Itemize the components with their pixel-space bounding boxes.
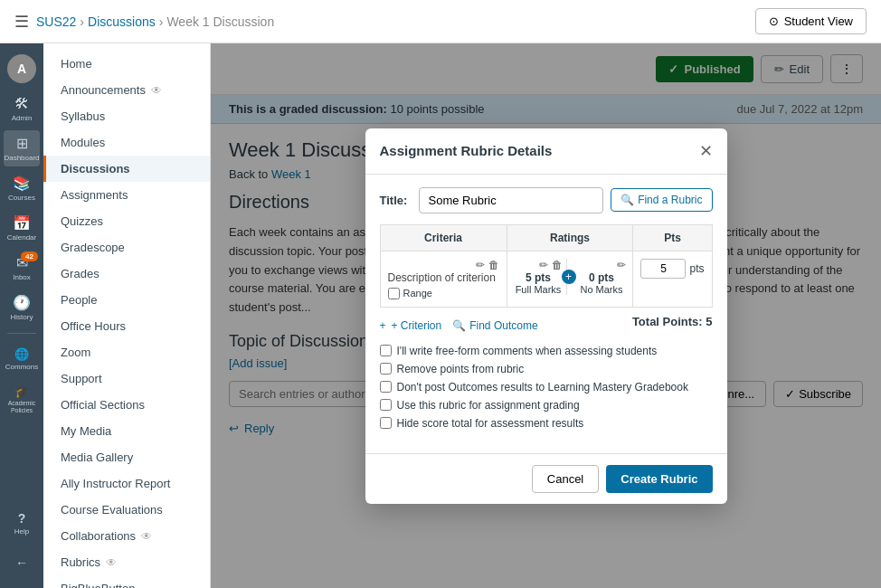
history-icon: 🕐 [13,294,31,311]
sidebar-item-modules[interactable]: Modules [43,129,210,156]
checkbox-section: I'll write free-form comments when asses… [380,345,713,430]
hide-score-checkbox[interactable] [380,417,392,429]
lms-nav-academic-policies[interactable]: 🎓 Academic Policies [4,381,40,417]
sidebar-item-assignments[interactable]: Assignments [43,182,210,208]
add-rating-button[interactable]: + [562,270,576,284]
sidebar-item-official-sections[interactable]: Official Sections [43,392,210,418]
content-area: ✓ Published ✏ Edit ⋮ This is a graded di… [211,43,881,588]
criteria-cell: ✏ 🗑 Description of criterion Range [380,251,507,307]
edit-rating1-icon[interactable]: ✏ [539,259,548,271]
sidebar-item-ally-report[interactable]: Ally Instructor Report [43,470,210,497]
lms-nav-admin[interactable]: 🛠 Admin [4,90,40,127]
lms-nav-history[interactable]: 🕐 History [4,289,40,326]
freeform-checkbox[interactable] [380,345,392,356]
sidebar-item-course-evaluations-label: Course Evaluations [61,503,163,517]
edit-criterion-icon[interactable]: ✏ [476,259,485,271]
lms-nav-account[interactable]: A [4,51,40,87]
sidebar-item-home[interactable]: Home [43,51,210,77]
sidebar-item-support-label: Support [61,372,102,385]
criteria-icons: ✏ 🗑 [388,259,499,271]
find-outcome-link[interactable]: 🔍 Find Outcome [452,319,537,332]
col-criteria: Criteria [380,224,507,251]
hamburger-icon[interactable]: ☰ [14,12,29,32]
courses-icon: 📚 [13,175,31,192]
sidebar-item-announcements-label: Announcements [61,83,146,97]
sidebar-item-official-sections-label: Official Sections [61,398,145,412]
sidebar-item-collaborations[interactable]: Collaborations 👁 [43,523,210,549]
commons-icon: 🌐 [14,347,29,361]
sidebar-item-announcements[interactable]: Announcements 👁 [43,77,210,103]
lms-nav-admin-label: Admin [12,114,33,122]
sidebar-item-home-label: Home [61,57,92,71]
sidebar-item-course-evaluations[interactable]: Course Evaluations [43,497,210,523]
modal-overlay[interactable]: Assignment Rubric Details ✕ Title: 🔍 Fin… [211,43,881,588]
sidebar-item-collaborations-label: Collaborations [61,529,136,543]
breadcrumb: SUS22 › Discussions › Week 1 Discussion [36,14,274,29]
inbox-badge: 42 [21,251,38,261]
sidebar-item-bigbluebutton[interactable]: BigBlueButton (Conferences) 👁 [43,575,210,588]
calendar-icon: 📅 [13,214,31,232]
lms-sidebar: A 🛠 Admin ⊞ Dashboard 📚 Courses 📅 Calend… [0,43,43,588]
avatar: A [7,54,36,83]
delete-criterion-icon[interactable]: 🗑 [488,259,499,271]
lms-nav-commons-label: Commons [5,363,38,371]
rating2-block: 0 pts No Marks [578,271,626,295]
sidebar-item-rubrics[interactable]: Rubrics 👁 [43,549,210,575]
pts-input[interactable] [640,259,686,279]
find-rubric-button[interactable]: 🔍 Find a Rubric [611,188,712,212]
sidebar-item-discussions[interactable]: Discussions [43,156,210,182]
modal-footer: Cancel Create Rubric [365,453,727,504]
cancel-button[interactable]: Cancel [532,465,599,493]
lms-nav-collapse[interactable]: ← [4,545,40,581]
lms-nav-commons[interactable]: 🌐 Commons [4,341,40,377]
assignment-rubric-modal: Assignment Rubric Details ✕ Title: 🔍 Fin… [365,128,727,504]
main-layout: A 🛠 Admin ⊞ Dashboard 📚 Courses 📅 Calend… [0,43,881,588]
sidebar-item-grades[interactable]: Grades [43,261,210,287]
sidebar-item-bigbluebutton-label: BigBlueButton (Conferences) [61,582,179,588]
modal-title: Assignment Rubric Details [380,143,553,158]
top-nav: ☰ SUS22 › Discussions › Week 1 Discussio… [0,0,881,43]
lms-nav-calendar[interactable]: 📅 Calendar [4,210,40,246]
lms-nav-inbox[interactable]: ✉ 42 Inbox [4,250,40,286]
add-criterion-row: + + Criterion 🔍 Find Outcome Total Point… [380,315,713,337]
sidebar-item-quizzes[interactable]: Quizzes [43,208,210,234]
sidebar-item-my-media[interactable]: My Media [43,418,210,444]
sidebar-item-zoom[interactable]: Zoom [43,339,210,365]
edit-rating2-icon[interactable]: ✏ [617,259,626,271]
lms-nav-inbox-label: Inbox [13,273,31,281]
sidebar-item-media-gallery-label: Media Gallery [61,450,133,464]
sidebar-item-office-hours[interactable]: Office Hours [43,313,210,339]
sidebar-item-people[interactable]: People [43,287,210,313]
eye-icon-3: 👁 [106,556,117,569]
rating1-icons: ✏ 🗑 [515,259,563,271]
create-rubric-button[interactable]: Create Rubric [606,465,712,493]
sidebar-item-syllabus-label: Syllabus [61,109,105,123]
col-ratings: Ratings [507,224,633,251]
title-label: Title: [380,194,412,207]
sidebar-item-support[interactable]: Support [43,365,210,392]
lms-nav-history-label: History [11,313,33,321]
lms-nav-calendar-label: Calendar [7,233,36,242]
modal-close-button[interactable]: ✕ [699,141,713,161]
lms-nav-dashboard-label: Dashboard [4,154,39,162]
range-checkbox[interactable] [388,288,400,299]
sidebar-item-quizzes-label: Quizzes [61,214,103,228]
lms-nav-help[interactable]: ? Help [4,505,40,541]
student-view-button[interactable]: ⊙ Student View [755,8,867,34]
collapse-icon: ← [15,555,28,570]
lms-nav-dashboard[interactable]: ⊞ Dashboard [4,130,40,166]
remove-points-checkbox[interactable] [380,363,392,375]
sidebar-item-syllabus[interactable]: Syllabus [43,103,210,129]
sidebar-item-office-hours-label: Office Hours [61,319,126,333]
use-rubric-checkbox[interactable] [380,399,392,411]
title-input[interactable] [419,187,604,213]
lms-nav-courses[interactable]: 📚 Courses [4,170,40,206]
add-criterion-link[interactable]: + + Criterion [380,319,442,332]
dont-post-outcomes-checkbox[interactable] [380,381,392,393]
modal-body: Title: 🔍 Find a Rubric Criteria Rating [365,175,727,453]
breadcrumb-sus22[interactable]: SUS22 [36,14,76,29]
sidebar-item-media-gallery[interactable]: Media Gallery [43,444,210,470]
title-row: Title: 🔍 Find a Rubric [380,187,713,213]
breadcrumb-discussions[interactable]: Discussions [88,14,156,29]
sidebar-item-gradescope[interactable]: Gradescope [43,234,210,261]
